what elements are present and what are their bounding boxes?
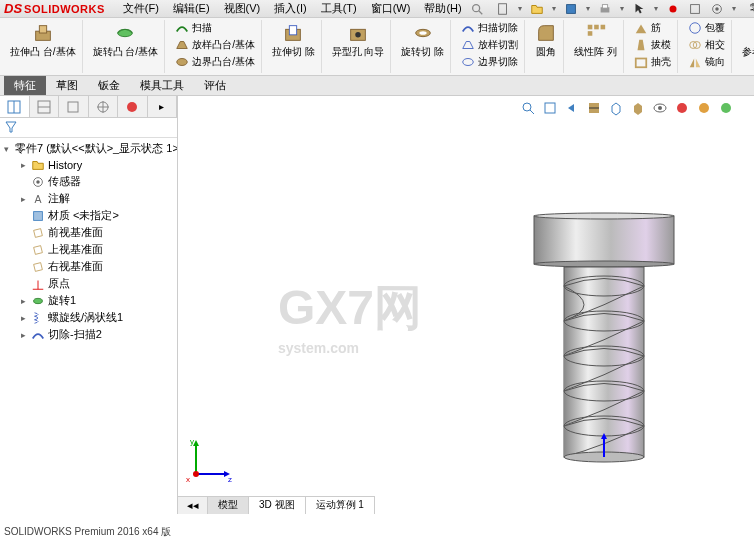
filter-icon[interactable] (4, 120, 18, 134)
tree-right-plane[interactable]: 右视基准面 (2, 258, 175, 275)
sidebar-tab-appear[interactable] (118, 96, 148, 117)
sidebar-tab-tree[interactable] (0, 96, 30, 117)
viewport[interactable]: GX7网 system.com (178, 96, 754, 514)
sweep-icon (175, 21, 189, 35)
view-settings-icon[interactable] (718, 100, 734, 116)
boundary-button[interactable]: 边界凸台/基体 (173, 54, 257, 70)
loft-button[interactable]: 放样凸台/基体 (173, 37, 257, 53)
open-icon[interactable] (530, 2, 544, 16)
tab-sheet[interactable]: 钣金 (88, 76, 130, 95)
fillet-button[interactable]: 圆角 (533, 20, 559, 59)
svg-point-52 (523, 103, 531, 111)
expand-icon[interactable]: ▸ (18, 296, 28, 306)
tab-sketch[interactable]: 草图 (46, 76, 88, 95)
search-icon[interactable] (470, 2, 484, 16)
sidebar-tab-config[interactable] (59, 96, 89, 117)
settings-icon[interactable] (710, 2, 724, 16)
sidebar-tab-dim[interactable] (89, 96, 119, 117)
svg-point-20 (463, 59, 474, 66)
sidebar-tab-property[interactable] (30, 96, 60, 117)
tab-motion[interactable]: 运动算例 1 (306, 497, 375, 514)
prev-view-icon[interactable] (564, 100, 580, 116)
svg-point-12 (118, 29, 133, 36)
main-area: ▸ ▾零件7 (默认<<默认>_显示状态 1>) ▸History 传感器 ▸A… (0, 96, 754, 514)
loft-icon (175, 38, 189, 52)
menu-tools[interactable]: 工具(T) (315, 0, 363, 17)
menu-insert[interactable]: 插入(I) (268, 0, 312, 17)
svg-rect-21 (587, 25, 592, 30)
print-icon[interactable] (598, 2, 612, 16)
expand-icon[interactable]: ▸ (18, 194, 28, 204)
svg-rect-23 (600, 25, 605, 30)
display-style-icon[interactable] (630, 100, 646, 116)
menu-help[interactable]: 帮助(H) (418, 0, 467, 17)
tree-helix[interactable]: ▸螺旋线/涡状线1 (2, 309, 175, 326)
options-icon[interactable] (688, 2, 702, 16)
edit-appear-icon[interactable] (674, 100, 690, 116)
tree-cut-sweep[interactable]: ▸切除-扫描2 (2, 326, 175, 343)
tree-history[interactable]: ▸History (2, 157, 175, 173)
wrap-button[interactable]: 包覆 (686, 20, 727, 36)
tree-annotations[interactable]: ▸A注解 (2, 190, 175, 207)
revolve-boss-button[interactable]: 旋转凸 台/基体 (91, 20, 161, 59)
revolve-cut-button[interactable]: 旋转切 除 (399, 20, 446, 59)
hole-wizard-button[interactable]: 异型孔 向导 (330, 20, 387, 59)
mirror-button[interactable]: 镜向 (686, 54, 727, 70)
expand-icon[interactable]: ▸ (18, 313, 28, 323)
tab-model[interactable]: 模型 (208, 497, 249, 514)
svg-rect-7 (690, 4, 699, 13)
pattern-button[interactable]: 线性阵 列 (572, 20, 619, 59)
tab-mold[interactable]: 模具工具 (130, 76, 194, 95)
rib-icon (634, 21, 648, 35)
tab-nav-prev[interactable]: ◂◂ (178, 497, 208, 514)
tab-3dview[interactable]: 3D 视图 (249, 497, 306, 514)
svg-rect-24 (587, 31, 592, 36)
menu-edit[interactable]: 编辑(E) (167, 0, 216, 17)
tree-origin[interactable]: 原点 (2, 275, 175, 292)
menu-view[interactable]: 视图(V) (218, 0, 267, 17)
sidebar-tab-expand[interactable]: ▸ (148, 96, 178, 117)
rib-button[interactable]: 筋 (632, 20, 673, 36)
zoom-fit-icon[interactable] (520, 100, 536, 116)
tree-sensors[interactable]: 传感器 (2, 173, 175, 190)
collapse-icon[interactable]: ▾ (4, 144, 9, 154)
new-icon[interactable] (496, 2, 510, 16)
ref-geometry-button[interactable]: 参考几 何体 (740, 20, 754, 59)
extrude-boss-button[interactable]: 拉伸凸 台/基体 (8, 20, 78, 59)
scene-icon[interactable] (696, 100, 712, 116)
tree-material[interactable]: 材质 <未指定> (2, 207, 175, 224)
revolve-icon (31, 294, 45, 308)
sweep-cut-button[interactable]: 扫描切除 (459, 20, 520, 36)
hide-show-icon[interactable] (652, 100, 668, 116)
orientation-triad[interactable]: y z x (186, 434, 236, 484)
draft-button[interactable]: 拔模 (632, 37, 673, 53)
tab-feature[interactable]: 特征 (4, 76, 46, 95)
tab-eval[interactable]: 评估 (194, 76, 236, 95)
intersect-button[interactable]: 相交 (686, 37, 727, 53)
extrude-cut-button[interactable]: 拉伸切 除 (270, 20, 317, 59)
menu-window[interactable]: 窗口(W) (365, 0, 417, 17)
intersect-icon (688, 38, 702, 52)
rebuild-icon[interactable] (666, 2, 680, 16)
shell-button[interactable]: 抽壳 (632, 54, 673, 70)
helix-icon (31, 311, 45, 325)
menu-file[interactable]: 文件(F) (117, 0, 165, 17)
tree-front-plane[interactable]: 前视基准面 (2, 224, 175, 241)
loft-cut-button[interactable]: 放样切割 (459, 37, 520, 53)
svg-rect-54 (545, 103, 555, 113)
sweep-button[interactable]: 扫描 (173, 20, 257, 36)
tree-top-plane[interactable]: 上视基准面 (2, 241, 175, 258)
view-orient-icon[interactable] (608, 100, 624, 116)
tree-revolve1[interactable]: ▸旋转1 (2, 292, 175, 309)
zoom-area-icon[interactable] (542, 100, 558, 116)
section-icon[interactable] (586, 100, 602, 116)
save-icon[interactable] (564, 2, 578, 16)
expand-icon[interactable]: ▸ (18, 160, 28, 170)
expand-icon[interactable]: ▸ (18, 330, 28, 340)
boundary-cut-button[interactable]: 边界切除 (459, 54, 520, 70)
svg-rect-25 (636, 59, 647, 68)
tree-root[interactable]: ▾零件7 (默认<<默认>_显示状态 1>) (2, 140, 175, 157)
draft-icon (634, 38, 648, 52)
cursor-icon[interactable] (632, 2, 646, 16)
parts-dropdown[interactable]: 零件... (744, 0, 754, 17)
